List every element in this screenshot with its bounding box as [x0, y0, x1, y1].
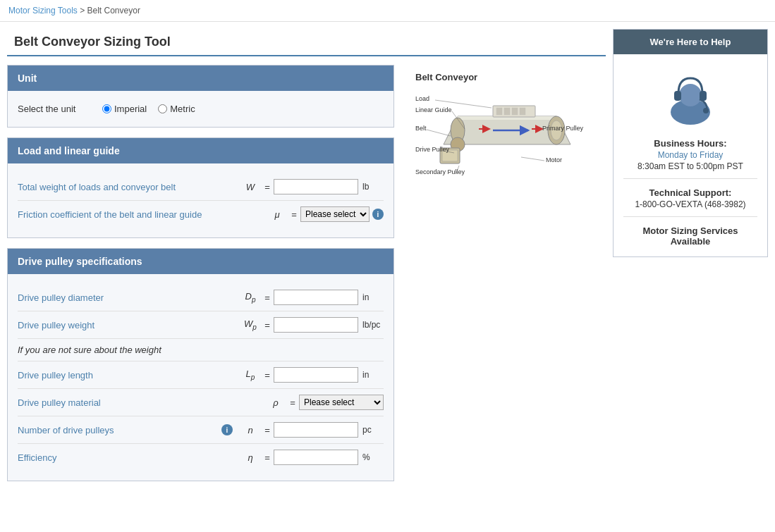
drive-pulley-length-input[interactable] — [274, 367, 358, 383]
drive-pulley-material-equals: = — [286, 397, 299, 408]
svg-point-27 — [703, 108, 709, 113]
unit-section: Unit Select the unit Imperial — [7, 65, 394, 128]
num-drive-pulleys-label: Number of drive pulleys — [18, 425, 219, 435]
svg-rect-14 — [512, 108, 518, 115]
breadcrumb-parent-link[interactable]: Motor Sizing Tools — [8, 6, 78, 16]
drive-pulley-diameter-equals: = — [261, 292, 274, 303]
unit-section-header: Unit — [8, 66, 393, 91]
help-services-section: Motor Sizing Services Available — [623, 225, 757, 247]
help-tech-phone: 1-800-GO-VEXTA (468-3982) — [623, 199, 757, 209]
drive-pulley-material-select[interactable]: Please select — [299, 395, 384, 410]
num-drive-pulleys-row: Number of drive pulleys i n = pc — [18, 416, 384, 444]
drive-pulley-weight-row: Drive pulley weight Wp = lb/pc — [18, 311, 384, 339]
load-section-body: Total weight of loads and conveyor belt … — [8, 163, 393, 237]
diagram-label-load: Load — [415, 95, 429, 102]
diagram-area: Belt Conveyor — [408, 65, 606, 491]
weight-note-row: If you are not sure about the weight — [18, 339, 384, 361]
total-weight-input[interactable] — [274, 179, 358, 194]
efficiency-symbol: η — [240, 452, 261, 463]
breadcrumb: Motor Sizing Tools > Belt Conveyor — [0, 0, 775, 22]
help-box: We're Here to Help — [613, 29, 768, 257]
load-section-header: Load and linear guide — [8, 138, 393, 163]
help-divider-2 — [623, 216, 757, 217]
unit-radio-group: Imperial Metric — [102, 104, 195, 114]
form-area: Unit Select the unit Imperial — [7, 65, 394, 491]
efficiency-row: Efficiency η = % — [18, 444, 384, 471]
help-business-time: 8:30am EST to 5:00pm PST — [623, 161, 757, 171]
drive-pulley-length-unit: in — [362, 370, 384, 380]
diagram-label-linear-guide: Linear Guide — [415, 106, 452, 113]
drive-pulley-section: Drive pulley specifications Drive pulley… — [7, 248, 394, 481]
drive-pulley-material-row: Drive pulley material ρ = Please select — [18, 389, 384, 416]
weight-note: If you are not sure about the weight — [18, 345, 161, 355]
num-drive-pulleys-unit: pc — [362, 425, 384, 435]
friction-coeff-info-icon[interactable]: i — [372, 209, 384, 220]
friction-coeff-equals: = — [288, 209, 300, 220]
help-header: We're Here to Help — [614, 30, 767, 54]
num-drive-pulleys-info-icon[interactable]: i — [221, 424, 233, 435]
headset-icon — [623, 64, 757, 130]
drive-pulley-diameter-label: Drive pulley diameter — [18, 292, 240, 303]
help-business-hours-label: Business Hours: — [623, 138, 757, 149]
radio-imperial-input[interactable] — [102, 104, 111, 113]
help-business-days: Monday to Friday — [623, 150, 757, 160]
total-weight-row: Total weight of loads and conveyor belt … — [18, 173, 384, 201]
drive-pulley-length-symbol: Lp — [240, 369, 261, 381]
drive-pulley-weight-unit: lb/pc — [362, 320, 384, 330]
diagram-label-motor: Motor — [546, 156, 562, 163]
friction-coeff-symbol: μ — [267, 209, 288, 220]
svg-line-22 — [521, 157, 544, 161]
unit-select-row: Select the unit Imperial Metric — [18, 101, 384, 117]
diagram-label-belt: Belt — [415, 125, 427, 132]
drive-pulley-length-label: Drive pulley length — [18, 370, 240, 381]
num-drive-pulleys-input[interactable] — [274, 422, 358, 438]
drive-pulley-header: Drive pulley specifications — [8, 249, 393, 274]
efficiency-equals: = — [261, 452, 274, 463]
drive-pulley-weight-equals: = — [261, 320, 274, 330]
page-title: Belt Conveyor Sizing Tool — [7, 29, 606, 56]
friction-coeff-select[interactable]: Please select — [300, 206, 370, 222]
drive-pulley-weight-symbol: Wp — [240, 318, 261, 331]
help-tech-support-section: Technical Support: 1-800-GO-VEXTA (468-3… — [623, 187, 757, 209]
total-weight-label: Total weight of loads and conveyor belt — [18, 182, 240, 192]
drive-pulley-diameter-input[interactable] — [274, 290, 358, 305]
efficiency-label: Efficiency — [18, 452, 240, 463]
unit-section-body: Select the unit Imperial Metric — [8, 91, 393, 127]
diagram-label-primary-pulley: Primary Pulley — [542, 125, 584, 132]
breadcrumb-separator: > — [80, 6, 87, 16]
friction-coeff-label: Friction coefficient of the belt and lin… — [18, 209, 267, 220]
total-weight-unit: lb — [362, 182, 384, 192]
svg-rect-12 — [496, 108, 502, 115]
help-business-hours-section: Business Hours: Monday to Friday 8:30am … — [623, 138, 757, 171]
main-content: Belt Conveyor Sizing Tool Unit Select th… — [7, 29, 606, 491]
total-weight-equals: = — [261, 182, 274, 192]
help-body: Business Hours: Monday to Friday 8:30am … — [614, 54, 767, 256]
num-drive-pulleys-equals: = — [261, 425, 274, 435]
drive-pulley-length-row: Drive pulley length Lp = in — [18, 361, 384, 389]
tool-area: Unit Select the unit Imperial — [7, 65, 606, 491]
total-weight-symbol: W — [240, 182, 261, 192]
svg-line-18 — [427, 130, 451, 136]
efficiency-input[interactable] — [274, 450, 358, 465]
drive-pulley-diameter-unit: in — [362, 292, 384, 302]
unit-select-label: Select the unit — [18, 104, 88, 114]
svg-point-24 — [679, 84, 702, 106]
radio-metric-input[interactable] — [158, 104, 167, 113]
drive-pulley-diameter-symbol: Dp — [240, 291, 261, 304]
breadcrumb-current: Belt Conveyor — [87, 6, 140, 16]
radio-metric-label: Metric — [170, 104, 195, 114]
svg-rect-15 — [520, 108, 525, 115]
drive-pulley-diameter-row: Drive pulley diameter Dp = in — [18, 284, 384, 311]
num-drive-pulleys-symbol: n — [240, 425, 261, 435]
drive-pulley-weight-input[interactable] — [274, 317, 358, 333]
diagram-container: Belt Conveyor — [408, 65, 606, 209]
svg-rect-13 — [504, 108, 510, 115]
help-divider — [623, 178, 757, 179]
radio-metric[interactable]: Metric — [158, 104, 195, 114]
sidebar: We're Here to Help — [613, 29, 768, 491]
diagram-label-drive-pulley: Drive Pulley — [415, 146, 450, 153]
page-wrapper: Belt Conveyor Sizing Tool Unit Select th… — [0, 22, 775, 498]
svg-rect-25 — [674, 91, 681, 101]
radio-imperial[interactable]: Imperial — [102, 104, 147, 114]
load-section: Load and linear guide Total weight of lo… — [7, 137, 394, 238]
